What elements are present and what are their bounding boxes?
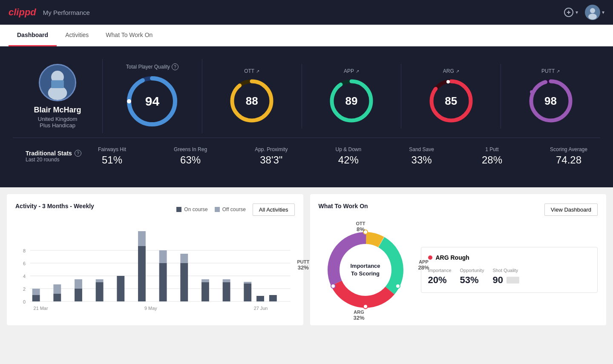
help-icon[interactable]: ? [172, 63, 178, 70]
tab-dashboard[interactable]: Dashboard [9, 25, 57, 46]
work-on-content: ImportanceTo Scoring OTT 8% APP 28% ARG … [319, 223, 598, 317]
donut-chart: ImportanceTo Scoring [319, 223, 412, 317]
svg-rect-35 [32, 289, 40, 295]
svg-text:8: 8 [23, 248, 26, 253]
legend-off-course: Off course [215, 206, 246, 212]
gauge-ott-value: 88 [246, 95, 258, 108]
stats-items: Fairways Hit 51% Greens In Reg 63% App. … [98, 146, 587, 166]
app-header: clippd My Performance ▾ ▾ [0, 0, 613, 25]
svg-point-5 [588, 14, 597, 20]
chart-area: 0 2 4 6 8 [15, 221, 295, 314]
tab-what-to-work-on[interactable]: What To Work On [97, 25, 161, 46]
gauge-app: 89 [328, 77, 375, 124]
stat-fairways: Fairways Hit 51% [98, 146, 126, 166]
view-dashboard-button[interactable]: View Dashboard [544, 203, 598, 216]
gauge-total-value: 94 [145, 94, 159, 109]
svg-text:6: 6 [23, 261, 26, 266]
stats-help-icon[interactable]: ? [75, 150, 81, 157]
stat-1putt: 1 Putt 28% [482, 146, 502, 166]
svg-rect-43 [138, 246, 146, 301]
ott-label: OTT ↗ [244, 68, 259, 74]
player-handicap: Plus Handicap [40, 122, 75, 129]
svg-point-67 [396, 284, 400, 288]
svg-rect-49 [201, 282, 209, 301]
work-on-header: What To Work On View Dashboard [319, 203, 598, 216]
svg-rect-34 [32, 295, 40, 301]
donut-center-label: ImportanceTo Scoring [350, 262, 380, 278]
svg-point-68 [363, 304, 368, 309]
stat-proximity: App. Proximity 38'3" [255, 146, 288, 166]
stat-group-label: Traditional Stats ? Last 20 rounds [26, 150, 85, 163]
player-info: Blair McHarg United Kingdom Plus Handica… [13, 64, 102, 129]
svg-text:21 Mar: 21 Mar [34, 306, 48, 311]
svg-rect-44 [138, 231, 146, 246]
all-activities-button[interactable]: All Activities [253, 203, 295, 216]
header-left: clippd My Performance [9, 7, 90, 18]
stat-updown: Up & Down 42% [336, 146, 362, 166]
chart-header: Activity - 3 Months - Weekly On course O… [15, 203, 295, 216]
activity-title: Activity - 3 Months - Weekly [15, 203, 94, 209]
legend-on-course-dot [176, 207, 181, 212]
user-menu-button[interactable]: ▾ [585, 5, 604, 20]
svg-rect-38 [75, 289, 82, 301]
svg-rect-39 [75, 279, 82, 289]
detail-opportunity: Opportunity 53% [460, 268, 484, 286]
shot-quality-bar: 90 [492, 275, 519, 286]
add-button[interactable]: ▾ [564, 7, 578, 17]
arg-label: ARG ↗ [443, 68, 459, 74]
donut-wrapper: ImportanceTo Scoring OTT 8% APP 28% ARG … [319, 223, 412, 317]
bar-chart: 0 2 4 6 8 [15, 221, 295, 314]
activity-panel: Activity - 3 Months - Weekly On course O… [7, 194, 303, 325]
putt-label: PUTT ↗ [541, 68, 560, 74]
metrics-row: Total Player Quality ? 94 OTT ↗ [102, 59, 600, 133]
sq-bar-graphic [507, 277, 519, 284]
gauge-total: 94 [124, 74, 180, 129]
svg-text:9 May: 9 May [144, 306, 157, 311]
bottom-row: Activity - 3 Months - Weekly On course O… [0, 187, 613, 332]
legend-off-course-dot [215, 207, 220, 212]
player-country: United Kingdom [38, 116, 78, 122]
metric-total: Total Player Quality ? 94 [103, 59, 202, 133]
svg-text:2: 2 [23, 287, 26, 292]
stat-sandsave: Sand Save 33% [409, 146, 434, 166]
svg-text:0: 0 [23, 299, 26, 304]
stat-scoring: Scoring Average 74.28 [550, 146, 587, 166]
gauge-app-value: 89 [345, 95, 358, 108]
hero-top: Blair McHarg United Kingdom Plus Handica… [13, 59, 600, 133]
svg-point-17 [330, 99, 334, 103]
page-title: My Performance [43, 9, 90, 16]
gauge-putt: 98 [527, 77, 574, 124]
svg-rect-42 [117, 276, 124, 301]
header-right: ▾ ▾ [564, 5, 604, 20]
total-quality-label: Total Player Quality ? [126, 63, 178, 70]
hero-section: Blair McHarg United Kingdom Plus Handica… [0, 46, 613, 187]
detail-card: ARG Rough Importance 20% Opportunity 53%… [421, 247, 598, 293]
player-name: Blair McHarg [34, 106, 81, 115]
stat-greens: Greens In Reg 63% [174, 146, 207, 166]
chart-legend: On course Off course All Activities [176, 203, 294, 216]
svg-point-69 [331, 284, 335, 288]
stats-row: Traditional Stats ? Last 20 rounds Fairw… [13, 138, 600, 175]
gauge-ott: 88 [228, 77, 275, 124]
svg-text:27 Jun: 27 Jun [254, 306, 268, 311]
avatar[interactable] [585, 5, 600, 20]
svg-text:4: 4 [23, 274, 26, 279]
svg-rect-56 [269, 295, 277, 301]
tab-activities[interactable]: Activities [57, 25, 97, 46]
svg-rect-47 [180, 263, 188, 301]
metric-app: APP ↗ 89 [302, 64, 402, 129]
detail-card-title: ARG Rough [428, 254, 591, 261]
svg-rect-41 [96, 279, 104, 282]
logo[interactable]: clippd [9, 7, 36, 18]
app-label: APP ↗ [344, 68, 359, 74]
svg-rect-52 [223, 279, 230, 282]
tab-bar: Dashboard Activities What To Work On [0, 25, 613, 46]
ann-ott: OTT 8% [356, 221, 365, 232]
ann-app: APP 28% [418, 259, 429, 271]
svg-rect-50 [201, 279, 209, 282]
work-on-title: What To Work On [319, 203, 368, 209]
svg-rect-37 [53, 284, 61, 294]
svg-rect-46 [159, 250, 167, 263]
gauge-arg-value: 85 [445, 95, 457, 108]
detail-cols: Importance 20% Opportunity 53% Shot Qual… [428, 268, 591, 286]
